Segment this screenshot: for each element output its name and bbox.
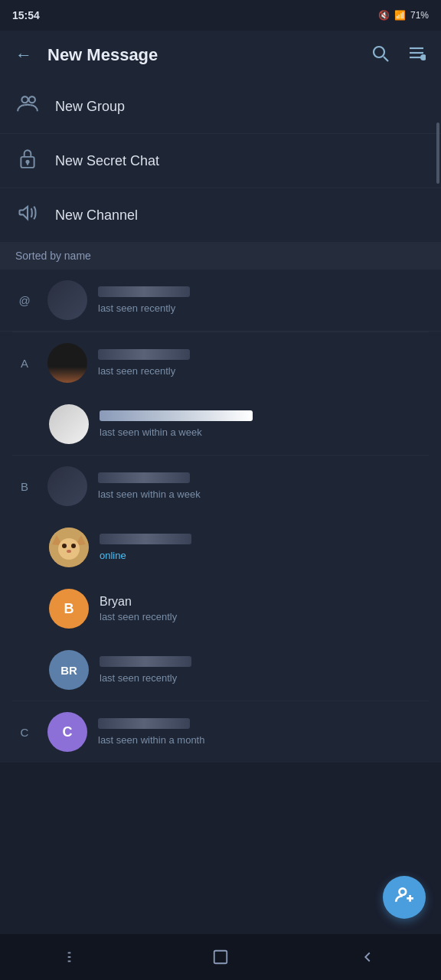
svg-point-14: [58, 538, 80, 560]
status-time: 15:54: [12, 9, 40, 21]
avatar-bryan: B: [49, 589, 89, 629]
avatar-b-1: [47, 466, 87, 506]
contact-status-b-1: last seen within a week: [98, 488, 429, 500]
menu-item-new-secret-chat[interactable]: New Secret Chat: [0, 134, 441, 188]
svg-line-1: [384, 57, 388, 61]
menu-icon[interactable]: [401, 38, 432, 73]
contact-info-bryan: Bryan last seen recently: [100, 595, 429, 622]
nav-home-button[interactable]: [197, 941, 244, 973]
svg-point-5: [420, 54, 426, 60]
new-channel-label: New Channel: [55, 207, 138, 224]
top-bar-actions: [364, 38, 432, 73]
contact-info-a-1: last seen recently: [98, 349, 429, 377]
contact-row-a-2[interactable]: last seen within a week: [0, 394, 441, 455]
contact-row-c-1[interactable]: C C last seen within a month: [0, 701, 441, 763]
contact-status-b-2: online: [100, 550, 429, 561]
scrollbar[interactable]: [436, 122, 439, 184]
contact-group-b: B last seen within a week: [0, 456, 441, 701]
contact-row-a-1[interactable]: A last seen recently: [0, 332, 441, 394]
avatar-a-2: [49, 404, 89, 444]
contact-row-b-4[interactable]: BR last seen recently: [0, 639, 441, 701]
menu-item-new-group[interactable]: New Group: [0, 80, 441, 134]
svg-point-17: [67, 550, 71, 553]
contact-name-blurred-b2: [100, 534, 191, 544]
contact-name-blurred-br: [100, 656, 191, 667]
contact-row-b-2[interactable]: online: [0, 517, 441, 578]
page-title: New Message: [47, 45, 355, 65]
nav-back-button[interactable]: [344, 941, 391, 973]
svg-point-18: [400, 888, 407, 895]
new-group-label: New Group: [55, 99, 125, 115]
sorted-banner: Sorted by name: [0, 242, 441, 270]
contact-name-blurred-at: [98, 286, 190, 297]
contact-info-at-1: last seen recently: [98, 286, 429, 314]
contact-name-blurred-b1: [98, 472, 190, 483]
contact-group-c: C C last seen within a month: [0, 701, 441, 763]
status-bar: 15:54 🔇 📶 71%: [0, 0, 441, 31]
contacts-list: @ last seen recently A last seen recentl…: [0, 270, 441, 763]
contact-info-c-1: last seen within a month: [98, 718, 429, 746]
avatar-b-2: [49, 528, 89, 567]
svg-point-16: [71, 544, 76, 548]
avatar-a-1: [47, 343, 87, 383]
new-secret-chat-label: New Secret Chat: [55, 153, 159, 169]
contact-group-at[interactable]: @ last seen recently: [0, 270, 441, 332]
letter-b: B: [12, 480, 37, 493]
contact-status-a-1: last seen recently: [98, 365, 429, 377]
back-button[interactable]: ←: [9, 39, 38, 71]
contact-info-br: last seen recently: [100, 656, 429, 684]
svg-point-0: [374, 47, 384, 57]
menu-section: New Group New Secret Chat New Channel: [0, 80, 441, 242]
avatar-at-1: [47, 280, 87, 320]
contact-status-br: last seen recently: [100, 672, 429, 684]
letter-c: C: [12, 726, 37, 739]
contact-name-blurred-c1: [98, 718, 190, 729]
contact-info-b-2: online: [100, 534, 429, 561]
contact-status-a-2: last seen within a week: [100, 426, 429, 438]
contact-info-a-2: last seen within a week: [100, 410, 429, 438]
contact-status-bryan: last seen recently: [100, 611, 429, 622]
contact-name-bryan: Bryan: [100, 595, 429, 609]
mute-icon: 🔇: [378, 10, 390, 21]
contact-info-b-1: last seen within a week: [98, 472, 429, 500]
svg-point-9: [26, 161, 28, 163]
avatar-c: C: [47, 712, 87, 752]
bottom-nav: [0, 934, 441, 980]
svg-point-7: [29, 96, 35, 103]
status-icons: 🔇 📶 71%: [378, 10, 429, 21]
menu-item-new-channel[interactable]: New Channel: [0, 188, 441, 242]
svg-point-6: [21, 96, 28, 103]
add-contact-fab[interactable]: [383, 876, 426, 919]
wifi-icon: 📶: [394, 10, 406, 21]
lock-icon: [15, 148, 40, 174]
nav-recent-button[interactable]: [50, 941, 97, 973]
contact-name-blurred-a2: [100, 410, 253, 421]
add-contact-icon: [394, 885, 414, 910]
megaphone-icon: [15, 202, 40, 228]
avatar-br: BR: [49, 650, 89, 690]
svg-rect-24: [214, 951, 227, 964]
contact-status-at-1: last seen recently: [98, 302, 429, 314]
battery-icon: 71%: [410, 10, 429, 21]
search-icon[interactable]: [364, 38, 395, 73]
contact-row-b-1[interactable]: B last seen within a week: [0, 456, 441, 517]
svg-point-15: [62, 544, 67, 548]
contact-row-b-3[interactable]: B Bryan last seen recently: [0, 578, 441, 639]
contact-name-blurred-a1: [98, 349, 190, 360]
top-bar: ← New Message: [0, 31, 441, 80]
contact-status-c-1: last seen within a month: [98, 734, 429, 746]
contact-group-a: A last seen recently last seen within a …: [0, 332, 441, 455]
letter-at: @: [12, 294, 37, 307]
group-icon: [15, 93, 40, 119]
letter-a: A: [12, 357, 37, 370]
